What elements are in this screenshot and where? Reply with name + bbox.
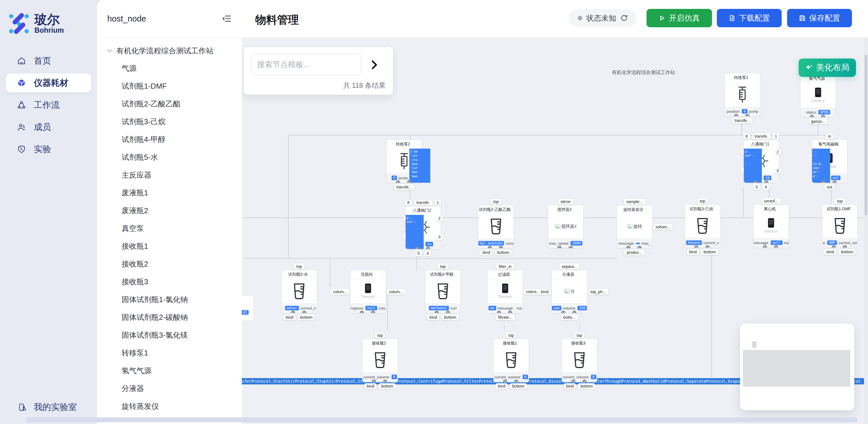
port-tag-top[interactable]: top [491,199,501,205]
param-handle-icon[interactable]: › [503,380,507,382]
port-tag-8[interactable]: 8 [743,133,750,139]
param-handle-icon[interactable]: › [832,245,836,248]
port-tag-filter_in[interactable]: filter_in [496,264,514,269]
tree-item-试剂瓶4-甲醇[interactable]: 试剂瓶4-甲醇 [97,130,242,148]
param-value-badge[interactable]: 0 [523,375,528,379]
param-value-badge[interactable]: 2000 [570,241,582,246]
port-tag-5[interactable]: 5 [415,250,422,256]
sidebar-item-my-lab[interactable]: 我的实验室 [18,401,77,413]
port-tag-bottom[interactable]: bottom [495,250,512,255]
tree-item-废液瓶2[interactable]: 废液瓶2 [97,202,242,219]
node-menu-icon[interactable]: ··· [841,140,846,149]
param-value-badge[interactable]: OPEN [818,110,830,115]
tree-item-固体试剂瓶3-氯化镁[interactable]: 固体试剂瓶3-氯化镁 [97,326,242,344]
port-tag-solven...[interactable]: solven... [653,224,673,230]
param-handle-icon[interactable]: › [694,245,699,248]
tree-item-主反应器[interactable]: 主反应器 [97,166,242,184]
node-menu-icon[interactable]: ··· [754,73,758,82]
node-menu-icon[interactable]: ··· [435,206,439,215]
port-tag-8[interactable]: 8 [405,200,412,205]
port-tag-bind[interactable]: bind [495,383,507,389]
tree-item-接收瓶2[interactable]: 接收瓶2 [97,255,242,273]
flow-node-洗脱柱[interactable]: 洗脱柱···Devicerogress:nullcolu››colum...co… [350,270,386,313]
sidebar-item-成员[interactable]: 成员 [6,118,91,137]
flow-node-接收瓶1[interactable]: 接收瓶1···current_volume:0››topbindbottom [493,339,529,382]
flow-node-试剂瓶3-己烷[interactable]: 试剂瓶3-己烷···hexanecurrent_v››topbindbottom [685,205,720,248]
node-menu-icon[interactable]: ··· [591,339,595,348]
port-tag-transfe.[interactable]: transfe. [414,200,432,205]
port-tag-out[interactable]: out [825,184,834,190]
port-tag-bottom[interactable]: bottom [510,383,527,389]
port-tag-1[interactable]: 1 [434,200,441,205]
download-config-button[interactable]: 下载配置 [717,9,782,27]
start-simulation-button[interactable]: 开启仿真 [647,9,712,27]
node-menu-icon[interactable]: ··· [517,270,521,279]
flow-node-转移泵1[interactable]: 转移泵1···position:0pump››transfe... [724,73,760,117]
save-config-button[interactable]: 保存配置 [787,9,852,27]
tree-item-转移泵1[interactable]: 转移泵1 [97,344,242,362]
node-menu-icon[interactable]: ··· [577,205,582,214]
sidebar-item-首页[interactable]: 首页 [6,51,91,70]
flow-node-试剂瓶5-水[interactable]: 试剂瓶5-水···:watercurrent_v››topbindbottom [281,270,317,313]
tree-item-真空泵[interactable]: 真空泵 [97,219,242,237]
node-menu-icon[interactable]: ··· [581,270,585,279]
tree-item-氢气气源[interactable]: 氢气气源 [97,362,242,380]
node-menu-icon[interactable]: ··· [454,270,459,279]
port-tag-1[interactable]: 1 [773,133,779,139]
port-tag-top[interactable]: top [835,198,845,204]
port-tag-centrif...[interactable]: centrif... [762,198,780,204]
flow-node-八通阀门2[interactable]: 八通阀门2···status:nu››p', ion': '8transfe.1… [405,206,441,249]
minimap[interactable] [740,324,854,410]
tree-item-试剂瓶1-DMF[interactable]: 试剂瓶1-DMF [97,77,242,95]
tree-item-气源[interactable]: 气源 [97,59,242,77]
param-handle-icon[interactable]: › [753,180,757,183]
param-value-badge[interactable]: DMF [827,240,837,245]
port-tag-bind[interactable]: bind [283,314,296,320]
tree-item-试剂瓶2-乙酸乙酯[interactable]: 试剂瓶2-乙酸乙酯 [97,95,242,113]
port-tag-top[interactable]: top [697,198,707,204]
port-tag-transfe...[interactable]: transfe... [394,184,414,190]
tree-item-旋转蒸发仪[interactable]: 旋转蒸发仪 [97,397,242,415]
param-handle-icon[interactable]: › [763,245,767,248]
param-handle-icon[interactable]: › [291,311,295,313]
flow-node-搅拌器2[interactable]: 搅拌器2···搅拌器2max_speed:2000››stirrer [548,205,584,248]
port-tag-botto...[interactable]: botto... [561,314,578,320]
param-handle-icon[interactable]: › [821,115,825,117]
search-input[interactable] [252,54,361,75]
minimap-viewport[interactable] [743,350,850,387]
port-tag-2[interactable]: 2 [774,149,781,155]
param-handle-icon[interactable]: › [572,311,577,313]
param-handle-icon[interactable]: › [810,115,814,117]
param-value-badge[interactable]: nu [425,242,433,246]
tree-item-试剂瓶5-水[interactable]: 试剂瓶5-水 [97,148,242,166]
flow-node-氢气电磁阀[interactable]: 氢气电磁阀···Devicestatus:nul››': ': 12.0, im… [812,140,847,183]
node-menu-icon[interactable]: ··· [523,339,527,348]
port-tag-top[interactable]: top [574,332,584,338]
port-tag-bind[interactable]: bind [364,383,376,389]
node-menu-icon[interactable]: ··· [379,270,384,279]
flow-node-分液器[interactable]: 分液器···分ownvolume:250››separa...botto...b… [552,270,587,313]
panel-collapse-icon[interactable] [222,14,231,23]
param-handle-icon[interactable]: › [497,311,501,313]
port-tag-colum...[interactable]: colum... [331,289,349,295]
port-tag-2[interactable]: 2 [436,215,443,221]
port-tag-top_ph...[interactable]: top_ph... [588,289,609,295]
port-tag-top[interactable]: top [294,264,304,269]
param-value-badge[interactable]: 0 [591,375,596,379]
param-handle-icon[interactable]: › [499,246,503,248]
port-tag-bind[interactable]: bind [427,314,439,320]
param-handle-icon[interactable]: › [568,246,573,248]
refresh-icon[interactable] [620,14,628,22]
port-tag-bottom[interactable]: bottom [839,249,856,255]
port-tag-bottom[interactable]: bottom [578,383,595,389]
port-tag-bottom[interactable]: bottom [379,383,396,389]
flow-node-八通阀门1[interactable]: 八通阀门1···status:Id››p', ion': '8transfe.1… [744,140,779,183]
port-tag-colum...[interactable]: colum... [387,289,405,295]
clipped-edge-node[interactable]: dl [242,296,254,321]
tree-item-接收瓶3[interactable]: 接收瓶3 [97,273,242,291]
vertical-scrollbar-thumb[interactable] [865,55,867,215]
flow-node-过滤器[interactable]: 过滤器···Devicewnmessage:ma››filter_infiltr… [487,270,523,313]
flow-node-离心机[interactable]: 离心机···Devicemessage:nullma››centrif... [753,205,789,248]
param-value-badge[interactable]: methanol [429,306,449,310]
port-tag-bind[interactable]: bind [480,250,492,255]
